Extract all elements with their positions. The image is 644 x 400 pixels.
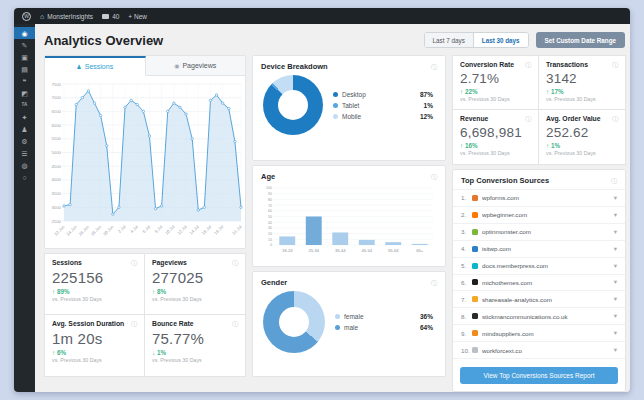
source-favicon bbox=[472, 212, 478, 218]
date-range-segmented-control: Last 7 days Last 30 days bbox=[424, 32, 529, 48]
svg-text:70: 70 bbox=[268, 204, 272, 208]
legend-dot bbox=[335, 314, 340, 319]
sidebar-item-posts[interactable]: ✎ bbox=[14, 39, 35, 51]
sidebar-item-appearance[interactable]: ◩ bbox=[14, 87, 35, 99]
sidebar-item-collapse[interactable]: ○ bbox=[14, 171, 35, 183]
svg-text:22 Jun: 22 Jun bbox=[53, 224, 66, 237]
comments-menu[interactable]: 40 bbox=[102, 13, 119, 20]
info-icon[interactable]: ⓘ bbox=[431, 280, 437, 286]
chevron-down-icon[interactable]: ▾ bbox=[614, 194, 617, 202]
stat-label: Pageviews bbox=[152, 259, 187, 266]
sidebar-item-plugins[interactable]: ✦ bbox=[14, 111, 35, 123]
chevron-down-icon[interactable]: ▾ bbox=[614, 278, 617, 286]
stat-value: 225156 bbox=[52, 269, 137, 286]
last-30-days-button[interactable]: Last 30 days bbox=[473, 33, 528, 47]
chevron-down-icon[interactable]: ▾ bbox=[614, 329, 617, 337]
legend-item: male64% bbox=[335, 324, 433, 331]
info-icon[interactable]: ⓘ bbox=[431, 64, 437, 70]
conversion-source-row[interactable]: 3.optinmonster.com▾ bbox=[453, 223, 625, 240]
chevron-down-icon[interactable]: ▾ bbox=[614, 228, 617, 236]
sidebar-item-dashboard[interactable]: ◉ bbox=[14, 27, 35, 39]
last-7-days-button[interactable]: Last 7 days bbox=[425, 33, 473, 47]
svg-text:4500: 4500 bbox=[51, 164, 61, 169]
conversion-source-row[interactable]: 7.shareasale-analytics.com▾ bbox=[453, 290, 625, 307]
stat-card-transactions: Transactionsⓘ3142↑ 17%vs. Previous 30 Da… bbox=[539, 55, 626, 110]
sidebar-item-tools[interactable]: ⚙ bbox=[14, 135, 35, 147]
info-icon[interactable]: ⓘ bbox=[232, 321, 238, 327]
info-icon[interactable]: ⓘ bbox=[131, 321, 137, 327]
source-rank: 2. bbox=[461, 211, 472, 218]
chevron-down-icon[interactable]: ▾ bbox=[614, 262, 617, 270]
tab-pageviews-label: Pageviews bbox=[182, 62, 216, 69]
site-menu[interactable]: ⌂ MonsterInsights bbox=[40, 13, 93, 20]
wordpress-admin-window: W ⌂ MonsterInsights 40 + New ◉✎▣▤❝◩TA✦♟⚙… bbox=[14, 8, 630, 392]
chevron-down-icon[interactable]: ▾ bbox=[614, 245, 617, 253]
sidebar-item-users[interactable]: ♟ bbox=[14, 123, 35, 135]
svg-text:3500: 3500 bbox=[51, 191, 61, 196]
svg-text:4000: 4000 bbox=[51, 177, 61, 182]
conversion-source-row[interactable]: 1.wpforms.com▾ bbox=[453, 189, 625, 206]
stat-label: Bounce Rate bbox=[152, 320, 194, 327]
wp-admin-bar: W ⌂ MonsterInsights 40 + New bbox=[14, 8, 630, 24]
sidebar-item-settings[interactable]: ☰ bbox=[14, 147, 35, 159]
info-icon[interactable]: ⓘ bbox=[611, 178, 617, 184]
conversion-source-row[interactable]: 6.michothemes.com▾ bbox=[453, 274, 625, 291]
info-icon[interactable]: ⓘ bbox=[525, 62, 531, 68]
sidebar-item-monsterinsights[interactable]: ◍ bbox=[14, 159, 35, 171]
site-name: MonsterInsights bbox=[47, 13, 93, 20]
conversion-source-row[interactable]: 10.workforcext.co▾ bbox=[453, 341, 625, 358]
gender-donut-chart bbox=[263, 291, 325, 353]
chevron-down-icon[interactable]: ▾ bbox=[614, 211, 617, 219]
conversion-source-row[interactable]: 4.isitwp.com▾ bbox=[453, 240, 625, 257]
source-rank: 10. bbox=[461, 347, 472, 354]
conversion-source-row[interactable]: 5.docs.memberpress.com▾ bbox=[453, 257, 625, 274]
new-content-menu[interactable]: + New bbox=[128, 13, 147, 20]
view-top-conversion-sources-report-button[interactable]: View Top Conversions Sources Report bbox=[460, 367, 618, 384]
pages-icon: ▤ bbox=[21, 66, 28, 73]
legend-dot bbox=[333, 114, 338, 119]
stat-change: ↑ 16% bbox=[460, 142, 531, 149]
svg-text:10 Jul: 10 Jul bbox=[164, 224, 175, 235]
sidebar-item-comments[interactable]: ❝ bbox=[14, 75, 35, 87]
wordpress-logo-icon[interactable]: W bbox=[22, 12, 31, 21]
svg-text:30 Jun: 30 Jun bbox=[102, 224, 115, 237]
info-icon[interactable]: ⓘ bbox=[431, 174, 437, 180]
stat-compare: vs. Previous 30 Days bbox=[460, 150, 531, 156]
info-icon[interactable]: ⓘ bbox=[525, 116, 531, 122]
tab-sessions[interactable]: ♟ Sessions bbox=[45, 56, 146, 76]
chevron-down-icon[interactable]: ▾ bbox=[614, 312, 617, 320]
chevron-down-icon[interactable]: ▾ bbox=[614, 295, 617, 303]
source-domain: optinmonster.com bbox=[482, 228, 614, 235]
sidebar-item-ta-plugin[interactable]: TA bbox=[14, 99, 35, 111]
stat-value: 1m 20s bbox=[52, 330, 137, 347]
source-rank: 6. bbox=[461, 279, 472, 286]
conversion-source-row[interactable]: 2.wpbeginner.com▾ bbox=[453, 206, 625, 223]
posts-icon: ✎ bbox=[22, 42, 28, 49]
stat-value: 252.62 bbox=[546, 125, 618, 140]
conversion-source-row[interactable]: 9.mindsuppliers.com▾ bbox=[453, 324, 625, 341]
sidebar-item-pages[interactable]: ▤ bbox=[14, 63, 35, 75]
comments-icon bbox=[102, 14, 109, 19]
set-custom-date-range-button[interactable]: Set Custom Date Range bbox=[536, 32, 625, 48]
info-icon[interactable]: ⓘ bbox=[232, 260, 238, 266]
source-domain: wpforms.com bbox=[482, 194, 614, 201]
source-domain: stickmancommunications.co.uk bbox=[482, 313, 614, 320]
stat-label: Sessions bbox=[52, 259, 82, 266]
stat-value: 2.71% bbox=[460, 71, 531, 86]
stat-change: ↑ 1% bbox=[546, 142, 618, 149]
sidebar-item-media[interactable]: ▣ bbox=[14, 51, 35, 63]
info-icon[interactable]: ⓘ bbox=[612, 62, 618, 68]
svg-text:55-64: 55-64 bbox=[388, 248, 399, 253]
device-breakdown-title: Device Breakdown bbox=[261, 62, 328, 71]
info-icon[interactable]: ⓘ bbox=[131, 260, 137, 266]
info-icon[interactable]: ⓘ bbox=[612, 116, 618, 122]
source-rank: 9. bbox=[461, 330, 472, 337]
svg-text:40: 40 bbox=[268, 221, 272, 225]
conversion-source-row[interactable]: 8.stickmancommunications.co.uk▾ bbox=[453, 307, 625, 324]
tab-pageviews[interactable]: ◉ Pageviews bbox=[146, 56, 246, 76]
stat-card-pageviews: Pageviewsⓘ277025↑ 8%vs. Previous 30 Days bbox=[145, 253, 246, 315]
chevron-down-icon[interactable]: ▾ bbox=[614, 346, 617, 354]
comments-count: 40 bbox=[112, 13, 119, 20]
dashboard-grid: ♟ Sessions ◉ Pageviews 25003000350040004… bbox=[44, 55, 626, 392]
source-rank: 4. bbox=[461, 245, 472, 252]
